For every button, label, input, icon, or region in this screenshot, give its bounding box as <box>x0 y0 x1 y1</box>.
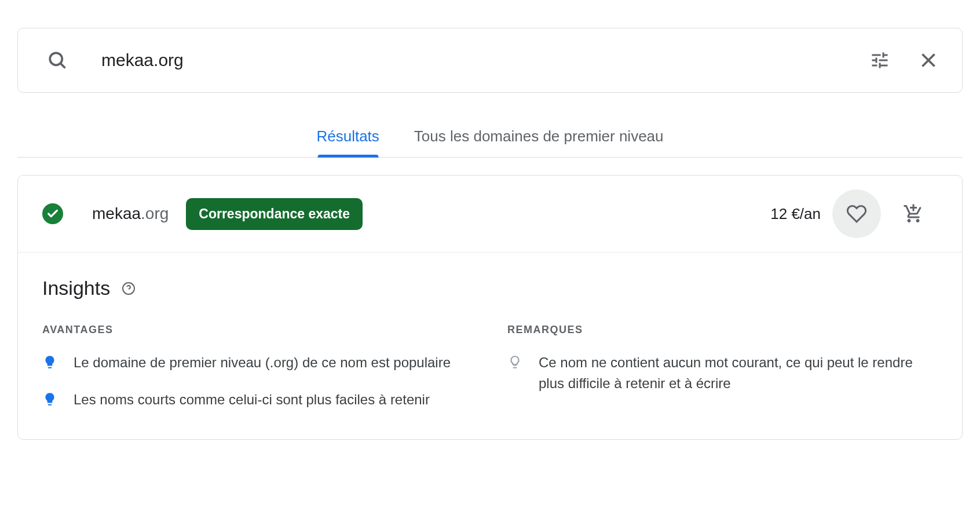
result-card: mekaa.org Correspondance exacte 12 €/an <box>17 175 963 440</box>
search-icon <box>47 50 68 71</box>
lightbulb-icon <box>42 392 57 407</box>
domain-name: mekaa.org <box>92 204 169 223</box>
advantages-heading: AVANTAGES <box>42 324 473 336</box>
insights-title: Insights <box>42 277 110 299</box>
insight-item: Le domaine de premier niveau (.org) de c… <box>42 352 473 373</box>
domain-sld: mekaa <box>92 204 141 222</box>
search-input[interactable] <box>101 50 862 70</box>
tab-all-tlds[interactable]: Tous les domaines de premier niveau <box>397 116 681 157</box>
remarks-column: REMARQUES Ce nom ne contient aucun mot c… <box>507 324 938 410</box>
favorite-button[interactable] <box>832 189 881 238</box>
tabs: Résultats Tous les domaines de premier n… <box>17 116 963 158</box>
advantages-column: AVANTAGES Le domaine de premier niveau (… <box>42 324 473 410</box>
result-header: mekaa.org Correspondance exacte 12 €/an <box>18 176 962 253</box>
insight-text: Ce nom ne contient aucun mot courant, ce… <box>539 352 938 394</box>
add-to-cart-button[interactable] <box>889 189 938 238</box>
price: 12 €/an <box>770 205 821 223</box>
filters-button[interactable] <box>862 43 897 78</box>
add-cart-icon <box>903 203 924 224</box>
insight-item: Ce nom ne contient aucun mot courant, ce… <box>507 352 938 394</box>
heart-icon <box>846 203 867 224</box>
svg-point-0 <box>50 53 62 65</box>
exact-match-badge: Correspondance exacte <box>186 198 363 230</box>
tab-results[interactable]: Résultats <box>299 116 396 157</box>
remarks-heading: REMARQUES <box>507 324 938 336</box>
search-bar <box>17 28 963 93</box>
help-icon[interactable] <box>122 282 136 295</box>
clear-button[interactable] <box>911 43 946 78</box>
available-check-icon <box>42 203 63 224</box>
tune-icon <box>869 50 890 71</box>
insight-item: Les noms courts comme celui-ci sont plus… <box>42 389 473 410</box>
domain-tld: .org <box>141 204 169 222</box>
lightbulb-icon <box>42 355 57 370</box>
insights-section: Insights AVANTAGES Le domaine de premier… <box>18 253 962 439</box>
insight-text: Les noms courts comme celui-ci sont plus… <box>74 389 430 410</box>
lightbulb-outline-icon <box>507 355 522 370</box>
close-icon <box>918 50 939 71</box>
svg-line-1 <box>61 64 65 68</box>
insight-text: Le domaine de premier niveau (.org) de c… <box>74 352 451 373</box>
